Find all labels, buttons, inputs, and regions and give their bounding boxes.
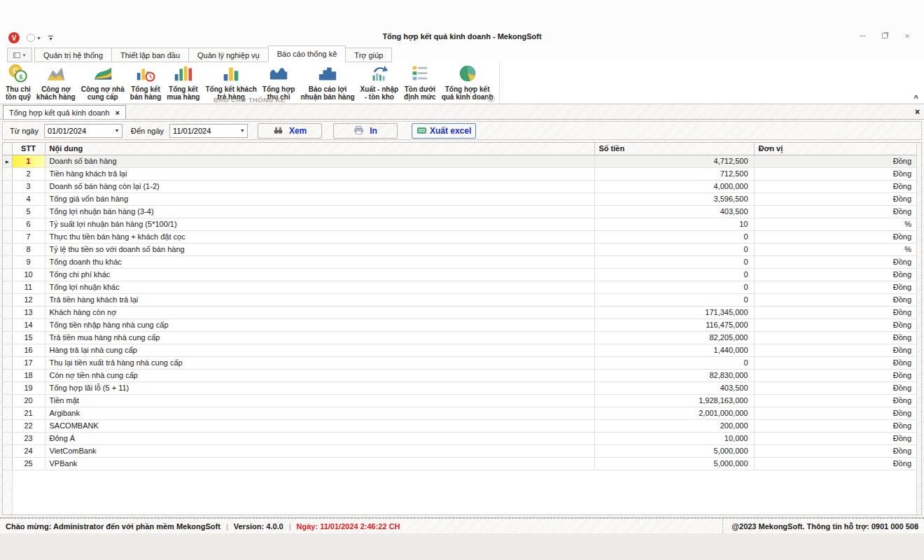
cell-stt: 15 — [12, 331, 45, 344]
from-date-value[interactable] — [45, 127, 112, 135]
document-tab-active[interactable]: Tổng hợp kết quả kinh doanh × — [3, 105, 126, 119]
table-row[interactable]: 6Tỷ suất lợi nhuận bán hàng (5*100/1)10% — [3, 218, 917, 230]
table-row[interactable]: 23Đông Á10,000Đồng — [3, 432, 917, 444]
print-button[interactable]: In — [333, 123, 398, 139]
cell-content: Thu lại tiền xuất trả hàng nhà cung cấp — [45, 356, 594, 369]
cell-amount: 171,345,000 — [594, 306, 754, 318]
table-header-row: STT Nội dung Số tiền Đơn vị — [3, 143, 917, 155]
table-row[interactable]: 14Tổng tiền nhập hàng nhà cung cấp116,47… — [3, 318, 917, 331]
cell-unit: Đồng — [754, 318, 917, 331]
ribbon-item-label: Công nợ nhà — [81, 86, 125, 93]
ribbon-tab-strip: ▼ Quản trị hệ thốngThiết lập ban đầuQuản… — [0, 45, 924, 62]
status-separator: | — [226, 522, 228, 531]
table-row[interactable]: 22SACOMBANK200,000Đồng — [3, 419, 917, 432]
table-row[interactable]: 12Trả tiền hàng khách trả lại0Đồng — [3, 293, 917, 306]
pie-icon — [457, 63, 478, 85]
export-excel-button-label: Xuất excel — [430, 126, 471, 136]
cell-stt: 13 — [12, 306, 45, 318]
ribbon-item-label: Tổng kết khách — [205, 86, 256, 93]
cell-unit: Đồng — [754, 293, 917, 306]
to-date-value[interactable] — [170, 127, 237, 135]
table-row[interactable]: 24VietComBank5,000,000Đồng — [3, 444, 917, 457]
table-row[interactable]: 9Tổng doanh thu khác0Đồng — [3, 255, 917, 268]
table-row[interactable]: 25VPBank5,000,000Đồng — [3, 457, 917, 470]
column-header-so-tien[interactable]: Số tiền — [594, 143, 754, 155]
row-indicator-cell — [3, 268, 12, 281]
ribbon-item-label: Thu chi — [6, 86, 31, 93]
cell-stt: 9 — [12, 255, 45, 268]
chevron-down-icon[interactable]: ▼ — [237, 128, 247, 133]
cell-amount: 0 — [594, 268, 754, 281]
table-row[interactable]: 16Hàng trả lại nhà cung cấp1,440,000Đồng — [3, 344, 917, 356]
cell-unit: Đồng — [754, 205, 917, 218]
cell-amount: 1,440,000 — [594, 344, 754, 356]
ribbon-app-menu-button[interactable]: ▼ — [7, 48, 32, 62]
from-date-input[interactable]: ▼ — [44, 124, 122, 138]
ribbon-tab-quan-ly-nghiep-vu[interactable]: Quản lý nghiệp vụ — [188, 48, 269, 62]
cell-unit: Đồng — [754, 432, 917, 444]
ribbon-item-label: Tổng hợp — [262, 86, 295, 93]
ribbon-tab-tro-giup[interactable]: Trợ giúp — [345, 48, 392, 62]
table-row[interactable]: 21Argibank2,001,000,000Đồng — [3, 407, 917, 419]
cell-stt: 24 — [12, 444, 45, 457]
chevron-down-icon[interactable]: ▼ — [112, 128, 122, 133]
column-header-noi-dung[interactable]: Nội dung — [45, 143, 594, 155]
cell-stt: 5 — [12, 205, 45, 218]
table-row[interactable]: 13Khách hàng còn nợ171,345,000Đồng — [3, 306, 917, 318]
cell-amount: 5,000,000 — [594, 457, 754, 470]
binoculars-icon — [273, 125, 284, 136]
table-row[interactable]: 18Còn nợ tiền nhà cung cấp82,830,000Đồng — [3, 369, 917, 382]
row-indicator-cell — [3, 306, 12, 318]
column-header-stt[interactable]: STT — [12, 143, 45, 155]
cell-stt: 3 — [12, 180, 45, 192]
tab-close-icon[interactable]: × — [115, 108, 120, 117]
to-date-input[interactable]: ▼ — [169, 124, 248, 138]
table-row[interactable]: ▶1Doanh số bán hàng4,712,500Đồng — [3, 155, 917, 167]
grid-empty-area — [3, 470, 921, 515]
cell-unit: Đồng — [754, 155, 917, 167]
cell-content: Còn nợ tiền nhà cung cấp — [45, 369, 594, 382]
table-row[interactable]: 4Tổng giá vốn bán hàng3,596,500Đồng — [3, 192, 917, 205]
group-dialog-launcher-icon[interactable]: ◢ — [487, 94, 495, 102]
vertical-scrollbar[interactable] — [916, 143, 921, 514]
view-button[interactable]: Xem — [258, 123, 322, 139]
status-bar: Chào mừng: Administrator đến với phần mề… — [0, 518, 924, 533]
row-indicator-cell: ▶ — [3, 155, 12, 167]
table-row[interactable]: 8Tỷ lệ thu tiền so với doanh số bán hàng… — [3, 243, 917, 255]
table-row[interactable]: 17Thu lại tiền xuất trả hàng nhà cung cấ… — [3, 356, 917, 369]
minimize-icon — [860, 36, 866, 36]
table-row[interactable]: 10Tổng chi phí khác0Đồng — [3, 268, 917, 281]
close-button[interactable]: × — [896, 29, 918, 42]
cell-stt: 21 — [12, 407, 45, 419]
column-header-don-vi[interactable]: Đơn vị — [754, 143, 917, 155]
table-row[interactable]: 11Tổng lợi nhuận khác0Đồng — [3, 281, 917, 293]
arrow-bars-icon — [369, 63, 390, 85]
table-row[interactable]: 3Doanh số bán hàng còn lại (1-2)4,000,00… — [3, 180, 917, 192]
cell-stt: 6 — [12, 218, 45, 230]
ribbon-tab-thiet-lap-ban-dau[interactable]: Thiết lập ban đầu — [111, 48, 189, 62]
minimize-button[interactable] — [851, 29, 874, 42]
table-row[interactable]: 2Tiền hàng khách trả lại712,500Đồng — [3, 167, 917, 180]
ribbon-collapse-icon[interactable]: ^ — [914, 94, 918, 102]
cell-unit: Đồng — [754, 369, 917, 382]
cell-content: Trả tiền mua hàng nhà cung cấp — [45, 331, 594, 344]
export-excel-button[interactable]: Xuất excel — [412, 123, 476, 139]
list-color-icon — [410, 63, 430, 85]
table-row[interactable]: 5Tổng lợi nhuận bán hàng (3-4)403,500Đồn… — [3, 205, 917, 218]
ribbon-tab-quan-tri-he-thong[interactable]: Quản trị hệ thống — [34, 48, 112, 62]
cell-unit: Đồng — [754, 407, 917, 419]
ribbon-tab-bao-cao-thong-ke[interactable]: Báo cáo thống kê — [268, 46, 346, 62]
restore-button[interactable] — [874, 29, 896, 42]
status-separator: | — [289, 522, 291, 531]
cell-amount: 3,596,500 — [594, 192, 754, 205]
row-indicator-cell — [3, 205, 12, 218]
cell-content: Doanh số bán hàng còn lại (1-2) — [45, 180, 594, 192]
document-close-icon[interactable]: × — [915, 107, 920, 117]
cell-amount: 4,000,000 — [594, 180, 754, 192]
table-row[interactable]: 19Tổng hợp lãi lỗ (5 + 11)403,500Đồng — [3, 382, 917, 394]
table-row[interactable]: 7Thực thu tiền bán hàng + khách đặt cọc0… — [3, 230, 917, 243]
steps-icon — [317, 63, 338, 85]
table-row[interactable]: 20Tiền mặt1,928,163,000Đồng — [3, 394, 917, 407]
bar-clock-icon — [135, 63, 156, 85]
table-row[interactable]: 15Trả tiền mua hàng nhà cung cấp82,205,0… — [3, 331, 917, 344]
